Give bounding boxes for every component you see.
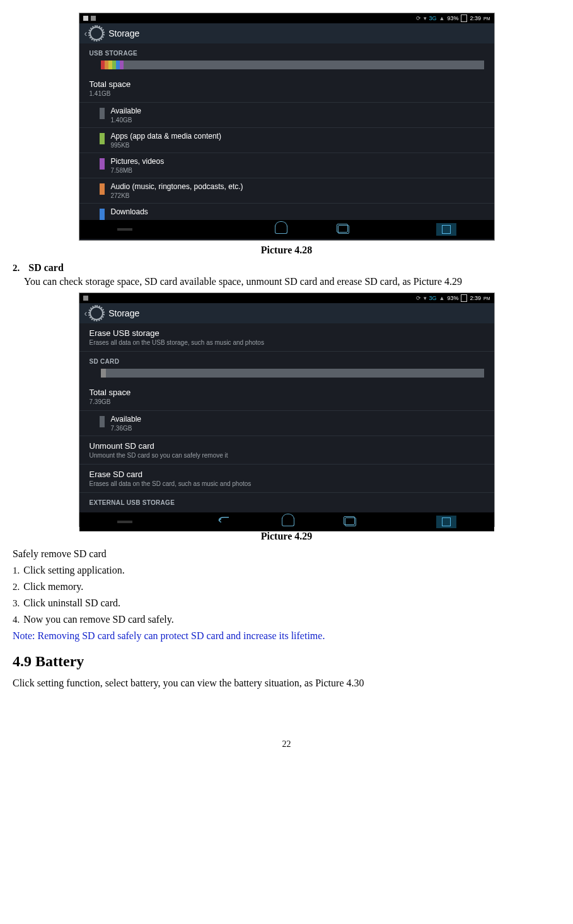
signal-bars-icon: ▲ bbox=[439, 15, 445, 21]
downloads-chip-icon bbox=[100, 209, 105, 220]
sync-icon: ⟳ bbox=[416, 295, 421, 301]
section-sd-card: 2. SD card bbox=[13, 262, 560, 274]
clock-text: 2:39 bbox=[470, 15, 481, 21]
back-icon[interactable]: ‹ bbox=[84, 308, 88, 318]
sd-available-row[interactable]: Available 7.36GB bbox=[79, 411, 494, 436]
available-label: Available bbox=[111, 107, 141, 115]
header-title: Storage bbox=[108, 308, 139, 318]
android-nav-bar bbox=[79, 220, 494, 239]
available-value: 1.40GB bbox=[111, 117, 484, 124]
pictures-row[interactable]: Pictures, videos 7.58MB bbox=[79, 153, 494, 178]
settings-header[interactable]: ‹ Storage bbox=[79, 303, 494, 323]
gear-icon bbox=[90, 26, 103, 40]
sd-total-label: Total space bbox=[90, 388, 131, 397]
sync-icon: ⟳ bbox=[416, 15, 421, 21]
clock-pm: PM bbox=[483, 296, 490, 301]
pictures-label: Pictures, videos bbox=[111, 157, 165, 166]
apps-value: 995KB bbox=[111, 142, 484, 149]
erase-sd-label: Erase SD card bbox=[90, 470, 143, 479]
step-text: Click setting application. bbox=[23, 565, 124, 575]
android-status-bar: ⟳ ▾ 3G ▲ 93% 2:39 PM bbox=[79, 13, 494, 23]
battery-text: 93% bbox=[447, 15, 458, 21]
screenshot-4-29: ⟳ ▾ 3G ▲ 93% 2:39 PM ‹ Storage Erase USB… bbox=[79, 292, 495, 527]
sd-bar-used-seg bbox=[101, 369, 106, 378]
storage-usage-bar[interactable] bbox=[101, 61, 484, 69]
audio-row[interactable]: Audio (music, ringtones, podcasts, etc.)… bbox=[79, 178, 494, 204]
pictures-value: 7.58MB bbox=[111, 167, 484, 174]
step-3: 3.Click uninstall SD card. bbox=[13, 598, 560, 609]
screenshot-icon bbox=[442, 517, 451, 526]
nav-back-button[interactable] bbox=[217, 516, 231, 528]
document-page: ⟳ ▾ 3G ▲ 93% 2:39 PM ‹ Storage USB STORA… bbox=[13, 13, 560, 749]
clock-pm: PM bbox=[483, 16, 490, 21]
stat-icon bbox=[91, 16, 96, 21]
android-status-bar: ⟳ ▾ 3G ▲ 93% 2:39 PM bbox=[79, 293, 494, 303]
section-title: SD card bbox=[28, 262, 64, 273]
sd-card-paragraph: You can check storage space, SD card ava… bbox=[24, 276, 560, 287]
available-chip-icon bbox=[100, 108, 105, 119]
step-1: 1.Click setting application. bbox=[13, 565, 560, 576]
erase-usb-row[interactable]: Erase USB storage Erases all data on the… bbox=[79, 323, 494, 352]
erase-usb-label: Erase USB storage bbox=[90, 328, 159, 338]
step-num: 4. bbox=[13, 615, 20, 625]
apps-chip-icon bbox=[100, 133, 105, 144]
note-text: Note: Removing SD card safely can protec… bbox=[13, 630, 560, 642]
screenshot-4-28: ⟳ ▾ 3G ▲ 93% 2:39 PM ‹ Storage USB STORA… bbox=[79, 13, 495, 241]
step-2: 2.Click memory. bbox=[13, 581, 560, 592]
screenshot-button[interactable] bbox=[436, 516, 456, 528]
audio-label: Audio (music, ringtones, podcasts, etc.) bbox=[111, 182, 243, 191]
nav-home-button[interactable] bbox=[275, 226, 287, 234]
downloads-row[interactable]: Downloads bbox=[79, 204, 494, 220]
total-space-value: 1.41GB bbox=[90, 90, 484, 97]
pictures-chip-icon bbox=[100, 158, 105, 170]
step-num: 2. bbox=[13, 582, 20, 592]
volume-indicator-icon[interactable] bbox=[117, 228, 132, 231]
sd-available-label: Available bbox=[111, 415, 141, 424]
total-space-row[interactable]: Total space 1.41GB bbox=[79, 74, 494, 103]
screenshot-icon bbox=[442, 225, 451, 234]
header-title: Storage bbox=[108, 28, 139, 38]
audio-value: 272KB bbox=[111, 192, 484, 199]
settings-header[interactable]: ‹ Storage bbox=[79, 23, 494, 43]
signal-bars-icon: ▲ bbox=[439, 295, 445, 301]
sd-usage-bar[interactable] bbox=[101, 369, 484, 378]
step-4: 4.Now you can remove SD card safely. bbox=[13, 614, 560, 625]
erase-usb-subtitle: Erases all data on the USB storage, such… bbox=[90, 339, 484, 346]
signal-icon: ▾ bbox=[424, 295, 427, 301]
caption-4-28: Picture 4.28 bbox=[13, 245, 560, 256]
sd-available-chip-icon bbox=[100, 416, 105, 427]
step-text: Now you can remove SD card safely. bbox=[23, 614, 173, 625]
unmount-sd-label: Unmount SD card bbox=[90, 441, 154, 451]
unmount-sd-row[interactable]: Unmount SD card Unmount the SD card so y… bbox=[79, 436, 494, 465]
section-number: 2. bbox=[13, 263, 20, 273]
usb-storage-section-label: USB STORAGE bbox=[79, 43, 494, 61]
stat-icon bbox=[83, 16, 88, 21]
sd-card-section-label: SD CARD bbox=[79, 352, 494, 369]
back-icon[interactable]: ‹ bbox=[84, 28, 88, 38]
nav-home-button[interactable] bbox=[282, 518, 294, 526]
step-text: Click memory. bbox=[23, 581, 83, 592]
nav-recents-button[interactable] bbox=[338, 225, 349, 234]
network-label: 3G bbox=[429, 295, 437, 301]
bar-seg-purple bbox=[120, 61, 124, 69]
external-usb-section-label: EXTERNAL USB STORAGE bbox=[79, 493, 494, 512]
caption-4-29: Picture 4.29 bbox=[13, 531, 560, 542]
sd-total-value: 7.39GB bbox=[90, 398, 484, 405]
apps-label: Apps (app data & media content) bbox=[111, 132, 221, 141]
screenshot-button[interactable] bbox=[436, 223, 456, 236]
page-number: 22 bbox=[13, 739, 560, 749]
erase-sd-row[interactable]: Erase SD card Erases all data on the SD … bbox=[79, 465, 494, 493]
apps-row[interactable]: Apps (app data & media content) 995KB bbox=[79, 128, 494, 153]
battery-paragraph: Click setting function, select battery, … bbox=[13, 678, 560, 689]
erase-sd-subtitle: Erases all data on the SD card, such as … bbox=[90, 480, 484, 487]
volume-indicator-icon[interactable] bbox=[117, 521, 132, 523]
battery-icon bbox=[461, 294, 467, 302]
nav-recents-button[interactable] bbox=[345, 517, 356, 526]
available-row[interactable]: Available 1.40GB bbox=[79, 103, 494, 128]
audio-chip-icon bbox=[100, 183, 105, 195]
steps-list: 1.Click setting application. 2.Click mem… bbox=[13, 565, 560, 625]
sd-total-row[interactable]: Total space 7.39GB bbox=[79, 383, 494, 411]
network-label: 3G bbox=[429, 15, 437, 21]
sd-available-value: 7.36GB bbox=[111, 425, 484, 432]
unmount-sd-subtitle: Unmount the SD card so you can safely re… bbox=[90, 452, 484, 459]
